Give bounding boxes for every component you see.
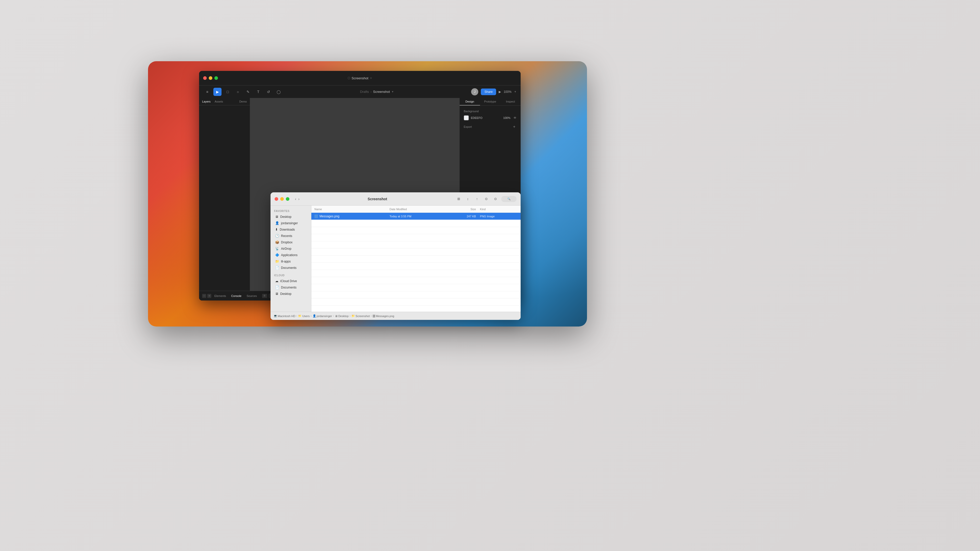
right-panel-content: Background EDEEFO 100% 👁 Export + (460, 106, 520, 133)
file-kind-cell: PNG Image (480, 215, 517, 218)
background-section-label: Background (464, 110, 517, 113)
menu-icon[interactable]: ≡ (203, 88, 211, 96)
user-folder-icon: 👤 (275, 221, 279, 225)
finder-search[interactable]: 🔍 (501, 196, 517, 202)
share-button[interactable]: Share (481, 89, 496, 95)
sidebar-item-airdrop[interactable]: 📡 AirDrop (272, 245, 310, 252)
file-modified-cell: Today at 3:55 PM (390, 215, 446, 218)
hd-icon: 💻 (274, 314, 277, 318)
figma-left-panel: Layers Assets Demo (199, 98, 250, 300)
file-name-text: Messages.png (320, 214, 339, 218)
finder-window: ‹ › Screenshot ⊞ ↕ ↑ ⊙ ⊙ 🔍 Favorites 🖥 D… (270, 192, 520, 320)
col-kind-header[interactable]: Kind (480, 208, 517, 211)
component-tool[interactable]: ↺ (264, 88, 272, 96)
sidebar-item-desktop[interactable]: 🖥 Desktop (272, 213, 310, 220)
sidebar-item-icloud-drive[interactable]: ☁ iCloud Drive (272, 278, 310, 284)
file-size-cell: 247 KB (446, 215, 476, 218)
finder-search-icon: 🔍 (508, 197, 511, 200)
screenshot-folder-icon: 📁 (352, 314, 355, 318)
tab-design[interactable]: Design (460, 98, 480, 105)
empty-row (311, 227, 520, 234)
filter-icon[interactable]: ☰ (262, 294, 267, 298)
tab-inspect[interactable]: Inspect (500, 98, 520, 105)
shape-tool[interactable]: ○ (234, 88, 242, 96)
recents-icon: 🕐 (275, 234, 279, 238)
finder-view-options[interactable]: ⊞ (455, 196, 462, 202)
sep5: › (371, 314, 372, 318)
zoom-level[interactable]: 100% (504, 90, 511, 94)
finder-sort-icon[interactable]: ↕ (465, 196, 471, 202)
devtools-icon1[interactable]: □ (202, 294, 206, 298)
user-avatar[interactable]: J (471, 88, 478, 95)
color-value[interactable]: EDEEFO (471, 116, 482, 119)
col-modified-header[interactable]: Date Modified (390, 208, 446, 211)
sidebar-item-downloads[interactable]: ⬇ Downloads (272, 226, 310, 233)
finder-tag-icon[interactable]: ⊙ (483, 196, 490, 202)
right-panel-tabs: Design Prototype Inspect (460, 98, 520, 106)
breadcrumb-current[interactable]: Screenshot (373, 90, 390, 94)
finder-maximize-button[interactable] (286, 197, 290, 201)
empty-row (311, 263, 520, 270)
devtools-tab-elements[interactable]: Elements (212, 293, 228, 299)
sidebar-item-icloud-documents[interactable]: 📄 Documents (272, 284, 310, 291)
sidebar-item-documents[interactable]: 📄 Documents (272, 265, 310, 271)
tab-prototype[interactable]: Prototype (480, 98, 501, 105)
close-button[interactable] (203, 76, 207, 80)
toolbar-right: J Share ▶ 100% ▼ (471, 88, 517, 95)
finder-body: Favorites 🖥 Desktop 👤 jordansinger ⬇ Dow… (270, 206, 520, 312)
text-tool[interactable]: T (254, 88, 262, 96)
breadcrumb-parent[interactable]: Drafts (360, 90, 369, 94)
icloud-label: iCloud (270, 273, 311, 278)
col-size-header[interactable]: Size (446, 208, 476, 211)
zoom-dropdown-icon[interactable]: ▼ (514, 90, 517, 93)
sep2: › (310, 314, 311, 318)
finder-minimize-button[interactable] (280, 197, 284, 201)
finder-close-button[interactable] (275, 197, 278, 201)
finder-forward-button[interactable]: › (298, 197, 300, 201)
pen-tool[interactable]: ✎ (244, 88, 252, 96)
devtools-icon2[interactable]: ⊙ (207, 294, 211, 298)
frame-tool[interactable]: □ (224, 88, 232, 96)
sidebar-item-recents[interactable]: 🕐 Recents (272, 233, 310, 239)
eye-icon[interactable]: 👁 (514, 116, 517, 120)
minimize-button[interactable] (209, 76, 212, 80)
breadcrumb-users: 📁 Users (298, 314, 310, 318)
comment-tool[interactable]: ◯ (275, 88, 283, 96)
devtools-tab-sources[interactable]: Sources (245, 293, 259, 299)
finder-back-button[interactable]: ‹ (295, 197, 296, 201)
desktop-icon: 🖥 (275, 215, 278, 219)
file-type-icon (314, 214, 318, 218)
devtools-tab-console[interactable]: Console (229, 293, 243, 299)
finder-action-icon[interactable]: ⊙ (492, 196, 499, 202)
finder-window-controls (275, 197, 290, 201)
finder-column-header: Name Date Modified Size Kind (311, 206, 520, 213)
finder-file-row[interactable]: Messages.png Today at 3:55 PM 247 KB PNG… (311, 213, 520, 220)
sidebar-item-lil-apps[interactable]: 📁 lil-apps (272, 258, 310, 265)
tab-layers[interactable]: Layers (202, 100, 210, 103)
breadcrumb-dropdown-icon[interactable]: ▼ (391, 90, 394, 93)
finder-nav-buttons: ‹ › (295, 197, 299, 201)
sidebar-item-jordansinger[interactable]: 👤 jordansinger (272, 220, 310, 226)
background-color-row: EDEEFO 100% 👁 (464, 115, 517, 121)
sidebar-item-applications[interactable]: 🔷 Applications (272, 252, 310, 258)
add-export-button[interactable]: + (512, 124, 517, 129)
finder-title: Screenshot (302, 197, 453, 201)
sidebar-item-icloud-desktop[interactable]: 🖥 Desktop (272, 291, 310, 297)
maximize-button[interactable] (215, 76, 218, 80)
breadcrumb-separator: › (371, 90, 372, 94)
select-tool[interactable]: ▶ (213, 88, 221, 96)
tab-demo[interactable]: Demo (239, 100, 247, 103)
tab-assets[interactable]: Assets (215, 100, 223, 103)
empty-row (311, 284, 520, 291)
opacity-value[interactable]: 100% (503, 116, 511, 119)
sidebar-item-dropbox[interactable]: 📦 Dropbox (272, 239, 310, 245)
present-icon[interactable]: ▶ (499, 90, 501, 94)
color-swatch[interactable] (464, 115, 469, 121)
icloud-drive-icon: ☁ (275, 279, 278, 283)
export-row: Export + (464, 124, 517, 129)
finder-share-icon[interactable]: ↑ (474, 196, 480, 202)
downloads-icon: ⬇ (275, 227, 278, 231)
documents-icon: 📄 (275, 266, 279, 270)
col-name-header[interactable]: Name (314, 208, 390, 211)
breadcrumb-desktop: 🖥 Desktop (335, 314, 348, 318)
